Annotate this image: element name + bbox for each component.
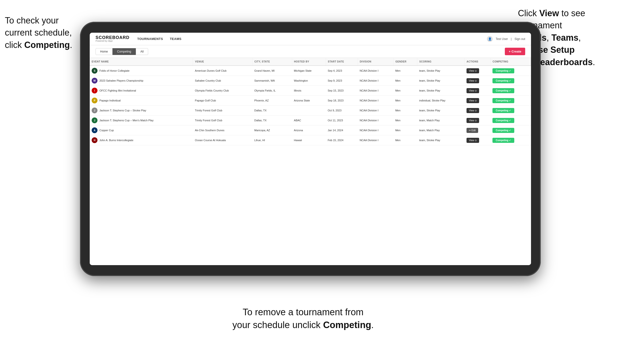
logo-main: SCOREBOARD — [96, 35, 130, 40]
team-logo-icon: A — [92, 127, 98, 133]
gender-cell: Men — [393, 125, 417, 135]
competing-badge[interactable]: Competing ✓ — [492, 118, 514, 123]
venue-cell: Trinity Forest Golf Club — [193, 106, 252, 116]
start-date-cell: Jan 14, 2024 — [326, 125, 358, 135]
actions-cell[interactable]: View ⊙ — [464, 135, 490, 145]
start-date-cell: Oct 9, 2023 — [326, 106, 358, 116]
gender-cell: Men — [393, 106, 417, 116]
view-button[interactable]: View ⊙ — [466, 88, 479, 93]
col-start-date: START DATE — [326, 58, 358, 66]
tab-all[interactable]: All — [136, 48, 148, 55]
competing-cell[interactable]: Competing ✓ — [490, 135, 531, 145]
event-name-cell: A Copper Cup — [90, 125, 193, 135]
team-logo-icon: H — [92, 137, 98, 143]
tab-group: Home Competing All — [96, 48, 148, 55]
team-logo-icon: S — [92, 68, 98, 74]
col-competing: COMPETING — [490, 58, 531, 66]
table-row: H John A. Burns Intercollegiate Ocean Co… — [90, 135, 531, 145]
venue-cell: Ak-Chin Southern Dunes — [193, 125, 252, 135]
competing-badge[interactable]: Competing ✓ — [492, 78, 514, 83]
tournaments-table: EVENT NAME VENUE CITY, STATE HOSTED BY S… — [90, 58, 531, 145]
view-button[interactable]: View ⊙ — [466, 78, 479, 83]
venue-cell: Sahalee Country Club — [193, 76, 252, 86]
competing-cell[interactable]: Competing ✓ — [490, 106, 531, 116]
actions-cell[interactable]: View ⊙ — [464, 96, 490, 106]
competing-cell[interactable]: Competing ✓ — [490, 76, 531, 86]
nav-tournaments[interactable]: TOURNAMENTS — [137, 37, 163, 41]
event-name: OFCC Fighting Illini Invitational — [100, 89, 136, 92]
competing-badge[interactable]: Competing ✓ — [492, 108, 514, 113]
table-row: J Jackson T. Stephens Cup – Men's Match … — [90, 116, 531, 125]
scoring-cell: individual, Stroke Play — [417, 96, 464, 106]
event-name-cell: H John A. Burns Intercollegiate — [90, 135, 193, 145]
header-right: 👤 Test User | Sign out — [487, 36, 525, 42]
city-state-cell: Dallas, TX — [252, 106, 292, 116]
tab-competing[interactable]: Competing — [112, 48, 136, 55]
actions-cell[interactable]: View ⊙ — [464, 86, 490, 96]
hosted-by-cell: Hawaii — [292, 135, 326, 145]
scoring-cell: team, Stroke Play — [417, 106, 464, 116]
table-row: I OFCC Fighting Illini Invitational Olym… — [90, 86, 531, 96]
annotation-bottom: To remove a tournament from your schedul… — [218, 306, 388, 332]
view-button[interactable]: View ⊙ — [466, 138, 479, 143]
competing-badge[interactable]: Competing ✓ — [492, 128, 514, 133]
division-cell: NCAA Division I — [358, 135, 393, 145]
event-name: Copper Cup — [100, 129, 114, 132]
competing-badge[interactable]: Competing ✓ — [492, 88, 514, 93]
tab-home[interactable]: Home — [96, 48, 112, 55]
event-name: John A. Burns Intercollegiate — [100, 139, 133, 142]
nav-teams[interactable]: TEAMS — [170, 37, 181, 41]
event-name-cell: I OFCC Fighting Illini Invitational — [90, 86, 193, 96]
view-button[interactable]: View ⊙ — [466, 118, 479, 123]
actions-cell[interactable]: View ⊙ — [464, 76, 490, 86]
city-state-cell: Phoenix, AZ — [252, 96, 292, 106]
hosted-by-cell: Washington — [292, 76, 326, 86]
city-state-cell: Dallas, TX — [252, 116, 292, 125]
scoring-cell: team, Stroke Play — [417, 66, 464, 76]
venue-cell: American Dunes Golf Club — [193, 66, 252, 76]
city-state-cell: Maricopa, AZ — [252, 125, 292, 135]
actions-cell[interactable]: ✏ Edit — [464, 125, 490, 135]
event-name-cell: W 2023 Sahalee Players Championship — [90, 76, 193, 86]
competing-cell[interactable]: Competing ✓ — [490, 66, 531, 76]
edit-button[interactable]: ✏ Edit — [466, 128, 478, 133]
venue-cell: Ocean Course At Hokuala — [193, 135, 252, 145]
actions-cell[interactable]: View ⊙ — [464, 116, 490, 125]
event-name: Folds of Honor Collegiate — [100, 69, 130, 72]
scoring-cell: team, Stroke Play — [417, 86, 464, 96]
division-cell: NCAA Division I — [358, 66, 393, 76]
team-logo-icon: J — [92, 117, 98, 123]
table-row: J Jackson T. Stephens Cup – Stroke Play … — [90, 106, 531, 116]
competing-cell[interactable]: Competing ✓ — [490, 86, 531, 96]
venue-cell: Trinity Forest Golf Club — [193, 116, 252, 125]
start-date-cell: Oct 11, 2023 — [326, 116, 358, 125]
team-logo-icon: I — [92, 88, 98, 93]
sign-out-link[interactable]: Sign out — [514, 37, 525, 41]
scoring-cell: team, Match Play — [417, 116, 464, 125]
start-date-cell: Sep 9, 2023 — [326, 76, 358, 86]
competing-cell[interactable]: Competing ✓ — [490, 96, 531, 106]
view-button[interactable]: View ⊙ — [466, 68, 479, 73]
col-city-state: CITY, STATE — [252, 58, 292, 66]
competing-cell[interactable]: Competing ✓ — [490, 116, 531, 125]
view-button[interactable]: View ⊙ — [466, 98, 479, 103]
actions-cell[interactable]: View ⊙ — [464, 106, 490, 116]
table-container[interactable]: EVENT NAME VENUE CITY, STATE HOSTED BY S… — [90, 58, 531, 265]
nav-links: TOURNAMENTS TEAMS — [137, 37, 181, 41]
start-date-cell: Sep 18, 2023 — [326, 96, 358, 106]
gender-cell: Men — [393, 135, 417, 145]
tablet-screen: SCOREBOARD Powered by clippi TOURNAMENTS… — [90, 33, 531, 265]
view-button[interactable]: View ⊙ — [466, 108, 479, 113]
event-name-cell: P Papago Individual — [90, 96, 193, 106]
competing-badge[interactable]: Competing ✓ — [492, 68, 514, 73]
competing-badge[interactable]: Competing ✓ — [492, 138, 514, 143]
actions-cell[interactable]: View ⊙ — [464, 66, 490, 76]
competing-badge[interactable]: Competing ✓ — [492, 98, 514, 103]
competing-cell[interactable]: Competing ✓ — [490, 125, 531, 135]
division-cell: NCAA Division I — [358, 116, 393, 125]
event-name: 2023 Sahalee Players Championship — [100, 79, 143, 82]
city-state-cell: Olympia Fields, IL — [252, 86, 292, 96]
app-header: SCOREBOARD Powered by clippi TOURNAMENTS… — [90, 33, 531, 45]
col-event-name: EVENT NAME — [90, 58, 193, 66]
create-button[interactable]: + Create — [505, 48, 525, 55]
